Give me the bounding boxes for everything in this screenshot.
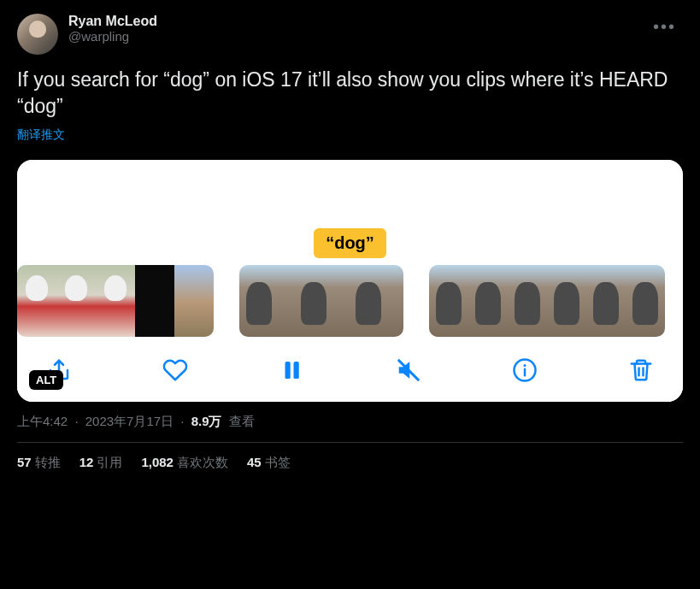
tweet-meta: 上午4:42 · 2023年7月17日 · 8.9万 查看: [17, 414, 683, 430]
thumbnail[interactable]: [96, 265, 135, 337]
svg-rect-0: [285, 362, 291, 379]
tweet-container: Ryan McLeod @warpling ••• If you search …: [0, 0, 700, 485]
mute-icon: [396, 357, 421, 383]
quotes-label: 引用: [97, 455, 122, 469]
info-icon: [512, 357, 538, 383]
video-timeline[interactable]: [17, 263, 683, 342]
stats-row: 57转推 12引用 1,082喜欢次数 45书签: [17, 455, 683, 471]
clip-group-3[interactable]: [429, 265, 665, 337]
tweet-time[interactable]: 上午4:42: [17, 414, 68, 428]
thumbnail[interactable]: [586, 265, 626, 337]
divider: [17, 442, 683, 443]
thumbnail[interactable]: [508, 265, 547, 337]
pause-button[interactable]: [279, 357, 304, 383]
media-card[interactable]: “dog”: [17, 160, 683, 402]
likes-label: 喜欢次数: [177, 455, 228, 469]
like-button[interactable]: [162, 357, 188, 383]
views-count: 8.9万: [191, 414, 222, 428]
delete-button[interactable]: [628, 357, 654, 383]
thumbnail[interactable]: [135, 265, 174, 337]
views-label: 查看: [229, 414, 255, 428]
caption-bubble-row: “dog”: [17, 228, 683, 263]
thumbnail[interactable]: [429, 265, 468, 337]
quotes-count: 12: [79, 455, 94, 469]
retweets-stat[interactable]: 57转推: [17, 455, 61, 471]
tweet-text: If you search for “dog” on iOS 17 it’ll …: [17, 67, 683, 120]
quotes-stat[interactable]: 12引用: [79, 455, 123, 471]
heart-icon: [162, 357, 188, 383]
pause-icon: [279, 357, 304, 383]
tweet-header: Ryan McLeod @warpling •••: [17, 14, 683, 55]
tweet-date[interactable]: 2023年7月17日: [85, 414, 174, 428]
thumbnail[interactable]: [349, 265, 403, 337]
thumbnail[interactable]: [468, 265, 508, 337]
bookmarks-label: 书签: [265, 455, 291, 469]
more-button[interactable]: •••: [646, 14, 683, 40]
ellipsis-icon: •••: [653, 17, 676, 36]
author-block[interactable]: Ryan McLeod @warpling: [68, 14, 636, 44]
caption-bubble: “dog”: [314, 228, 386, 258]
thumbnail[interactable]: [239, 265, 294, 337]
clip-group-1[interactable]: [17, 265, 214, 337]
clip-group-2[interactable]: [239, 265, 403, 337]
mute-button[interactable]: [396, 357, 421, 383]
thumbnail[interactable]: [17, 265, 56, 337]
avatar[interactable]: [17, 14, 58, 55]
bookmarks-count: 45: [247, 455, 262, 469]
info-button[interactable]: [512, 357, 538, 383]
thumbnail[interactable]: [56, 265, 96, 337]
svg-rect-1: [294, 362, 299, 379]
retweets-label: 转推: [35, 455, 61, 469]
translate-link[interactable]: 翻译推文: [17, 127, 65, 143]
retweets-count: 57: [17, 455, 32, 469]
thumbnail[interactable]: [547, 265, 586, 337]
display-name: Ryan McLeod: [68, 14, 636, 29]
thumbnail[interactable]: [626, 265, 665, 337]
trash-icon: [628, 357, 654, 383]
thumbnail[interactable]: [294, 265, 349, 337]
svg-point-5: [523, 364, 526, 367]
media-whitespace: [17, 160, 683, 228]
thumbnail[interactable]: [174, 265, 214, 337]
likes-count: 1,082: [141, 455, 174, 469]
handle: @warpling: [68, 29, 636, 44]
bookmarks-stat[interactable]: 45书签: [247, 455, 291, 471]
likes-stat[interactable]: 1,082喜欢次数: [141, 455, 228, 471]
alt-badge[interactable]: ALT: [29, 370, 63, 390]
media-toolbar: [17, 342, 683, 402]
